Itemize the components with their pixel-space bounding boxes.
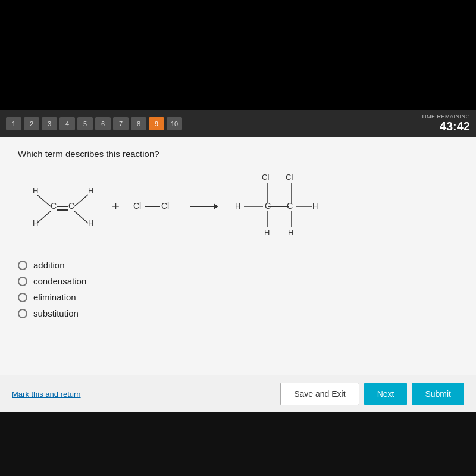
label-elimination: elimination (33, 292, 76, 302)
svg-text:H: H (88, 218, 93, 227)
radio-substitution[interactable] (18, 309, 27, 318)
svg-marker-16 (214, 203, 218, 209)
chlorine-molecule: Cl Cl (130, 195, 178, 218)
footer: Mark this and return Save and Exit Next … (0, 375, 476, 412)
reaction-arrow (189, 198, 218, 215)
svg-text:H: H (33, 186, 38, 195)
choice-condensation[interactable]: condensation (18, 276, 458, 286)
tab-2[interactable]: 2 (24, 117, 39, 130)
footer-buttons: Save and Exit Next Submit (280, 383, 464, 405)
svg-text:H: H (33, 218, 38, 227)
svg-text:H: H (288, 228, 293, 237)
svg-text:Cl: Cl (161, 201, 169, 211)
svg-text:C: C (51, 201, 57, 211)
tab-10[interactable]: 10 (167, 117, 182, 130)
black-top-bar (0, 0, 476, 110)
tab-4[interactable]: 4 (60, 117, 75, 130)
svg-text:Cl: Cl (133, 201, 141, 211)
time-remaining: TIME REMAINING 43:42 (421, 114, 470, 133)
tab-9[interactable]: 9 (149, 117, 164, 130)
mark-return-link[interactable]: Mark this and return (12, 390, 81, 399)
svg-line-6 (37, 211, 51, 223)
radio-condensation[interactable] (18, 277, 27, 286)
time-label: TIME REMAINING (421, 114, 470, 120)
tab-3[interactable]: 3 (42, 117, 57, 130)
next-button[interactable]: Next (364, 383, 408, 405)
svg-line-4 (37, 195, 51, 206)
label-substitution: substitution (33, 308, 79, 318)
svg-text:C: C (68, 201, 74, 211)
tab-1[interactable]: 1 (6, 117, 21, 130)
black-bottom-bar (0, 412, 476, 457)
time-value: 43:42 (421, 120, 470, 133)
question-text: Which term describes this reaction? (18, 149, 458, 159)
svg-text:Cl: Cl (286, 173, 293, 181)
chemical-equation: C C H H H H + Cl Cl (24, 171, 458, 242)
tab-5[interactable]: 5 (77, 117, 93, 130)
content-area: Which term describes this reaction? C C … (0, 137, 476, 375)
tab-7[interactable]: 7 (113, 117, 129, 130)
product-molecule: Cl Cl C C H H H (229, 171, 324, 242)
svg-text:H: H (235, 202, 240, 211)
save-exit-button[interactable]: Save and Exit (280, 383, 359, 405)
svg-text:Cl: Cl (262, 173, 269, 181)
svg-line-10 (74, 211, 88, 223)
tab-6[interactable]: 6 (95, 117, 111, 130)
quiz-card: 1 2 3 4 5 6 7 8 9 10 TIME REMAINING 43:4… (0, 110, 476, 412)
svg-line-8 (74, 195, 88, 206)
svg-text:H: H (88, 186, 93, 195)
plus-sign: + (112, 199, 120, 214)
submit-button[interactable]: Submit (412, 383, 464, 405)
answer-choices: addition condensation elimination substi… (18, 260, 458, 318)
tabs-bar: 1 2 3 4 5 6 7 8 9 10 TIME REMAINING 43:4… (0, 110, 476, 137)
choice-addition[interactable]: addition (18, 260, 458, 270)
choice-elimination[interactable]: elimination (18, 292, 458, 302)
label-condensation: condensation (33, 276, 86, 286)
radio-elimination[interactable] (18, 293, 27, 302)
tab-8[interactable]: 8 (131, 117, 146, 130)
ethylene-molecule: C C H H H H (24, 177, 101, 236)
label-addition: addition (33, 260, 65, 270)
svg-text:H: H (312, 202, 318, 211)
radio-addition[interactable] (18, 261, 27, 270)
svg-text:H: H (264, 228, 270, 237)
choice-substitution[interactable]: substitution (18, 308, 458, 318)
